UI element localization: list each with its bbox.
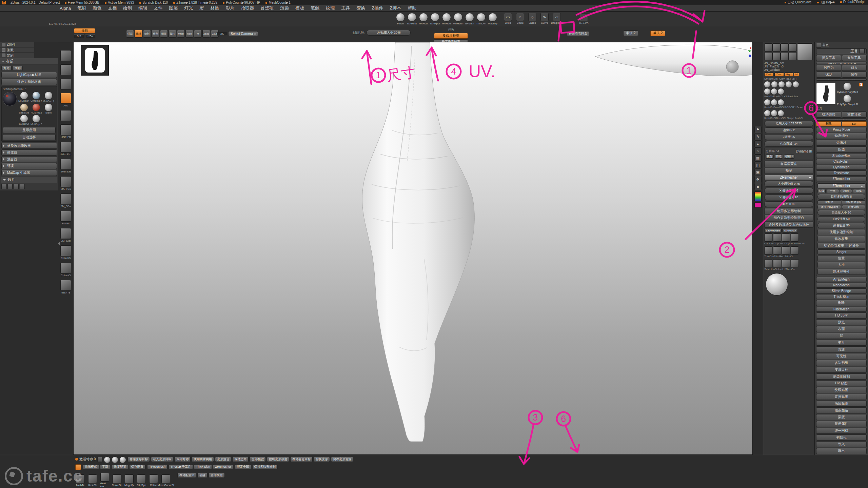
tool-section-button[interactable]: 蒙版 [816,414,867,420]
load-tool-button[interactable]: 从项目文件载入工具 [816,62,867,64]
movie-palette-header[interactable]: 影片 [1,177,57,183]
mode-toggle[interactable]: Mrgb [177,30,185,38]
material-section-row[interactable]: MatCap 生成器 [1,170,57,176]
quick-brush-item[interactable] [60,64,71,76]
mode-toggle[interactable]: 编辑 [135,30,142,38]
viewport-tool-icon[interactable]: ■ [754,183,762,190]
primitive-sphere-icon[interactable] [120,457,126,463]
geometry-section-button[interactable]: Proxy Pose [816,127,867,132]
brush-sphere[interactable] [793,81,799,87]
tool-action-button[interactable]: 另存为 [816,65,841,71]
show-used-button[interactable]: 显示所用 [3,127,56,133]
viewport-tool-icon[interactable]: ✎ [754,133,762,140]
menu-item[interactable]: 笔刷 [77,5,86,11]
dynamesh-option-button[interactable]: 投射 [766,155,774,159]
clip-brush-thumb[interactable] [782,259,790,267]
tray-collapse-arrow[interactable] [56,242,60,245]
geometry-orange-button[interactable]: 删除 [816,121,841,126]
movie-icon[interactable] [14,184,19,189]
brush-sphere[interactable] [778,99,784,105]
quick-brush-item[interactable] [60,50,71,61]
brush-sphere[interactable] [778,88,784,95]
quick-brush-item[interactable] [60,110,71,121]
zremesher-option[interactable]: 使用多边形绘制 [817,229,865,235]
menu-item[interactable]: 文档 [108,5,117,11]
current-tool-thumb[interactable] [816,83,836,104]
viewport-tool-icon[interactable]: ◫ [754,162,762,169]
dynamesh-option-button[interactable]: 模糊 2 [784,155,794,159]
config-button[interactable]: 保存配置 [129,464,145,469]
clip-brush-thumb[interactable] [791,246,799,255]
tool-thumb[interactable] [764,43,772,52]
stager-button[interactable]: 网格完整性 [817,269,865,275]
menu-item[interactable]: 工具 [341,5,350,11]
store-config-button[interactable]: 创建 [197,473,208,478]
brush-button[interactable]: MAHpol [441,13,452,25]
material-section-row[interactable]: 环境 [1,163,57,169]
mode-toggle[interactable]: 缩放 [160,30,168,38]
clip-brush-thumb[interactable] [773,246,781,255]
matcap-item[interactable]: Blent [43,104,54,114]
tool-section-button[interactable]: UV 贴图 [816,380,867,386]
target-polygons-slider[interactable]: 目标多边形数 5 [817,194,865,200]
tool-section-button[interactable]: 多边形绘制 [816,373,867,380]
brush-sphere[interactable] [771,81,777,87]
zremesher-slider[interactable]: 曲线强度 50 [817,216,865,222]
zremesher-option[interactable]: 初始位置权重 上述操作 [817,243,865,249]
tool-section-button[interactable]: HD 几何 [816,312,867,319]
bottom-action-button[interactable]: 保持边角 [232,457,249,462]
brush-button[interactable]: MAHcut [407,13,417,25]
menu-item[interactable]: 纹理 [326,5,335,11]
light-button[interactable]: 阴影 [13,66,23,71]
mesh-tool-button[interactable]: ZRemesher [213,464,233,469]
mode-toggle[interactable]: 旋转 [169,30,176,38]
geometry-section-button[interactable]: 折边 [816,146,867,152]
bind-button[interactable]: 保持多边形绘制 [252,464,278,469]
clip-brush-thumb[interactable] [791,259,799,267]
menu-item[interactable]: Z插件 [372,5,383,11]
bottom-action-button[interactable]: 储存变形资源 [331,457,353,462]
mode-toggle[interactable]: 绘制 [143,30,151,38]
tool-section-button[interactable]: 初始化 [816,434,867,441]
tool-section-button[interactable]: 纹理贴图 [816,387,867,393]
stroke-button[interactable]: ▱ DragRect [551,13,562,24]
tool-section-button[interactable]: 表面 [816,326,867,332]
material-section-row[interactable]: 修改器 [1,149,57,156]
tool-section-button[interactable]: 法线贴图 [816,401,867,407]
actual-size-button[interactable]: 单倍 2 [650,30,665,36]
clip-brush-thumb[interactable] [764,246,772,255]
quick-brush-item[interactable]: Flatter [60,211,71,225]
tool-section-button[interactable]: 变形 [816,340,867,346]
matcap-item[interactable]: MatCap 灰 [43,92,54,103]
bottom-action-button[interactable]: 使用所有网格 [192,457,214,462]
dynamesh-resolution[interactable]: 分辨率 64 [766,149,779,154]
subtool-item[interactable]: PolySph SimpleB [837,95,858,106]
titlebar-quick-item[interactable]: DefaultZScript [840,0,865,5]
undo-button[interactable]: 撤销 [74,28,95,33]
geometry-section-button[interactable]: 边缘环 [816,140,867,146]
quick-brush-item[interactable]: ChiselCi [60,263,71,277]
geometry-section-button[interactable]: ClayPolish [816,159,867,164]
mesh-tool-button[interactable]: Thick Skin [194,464,212,469]
camera-select[interactable]: Select Camera [228,31,258,36]
quick-brush-item[interactable]: LINE FB [60,124,71,139]
titlebar-quick-item[interactable]: 1层1M▶4 [817,0,835,5]
bottom-action-button[interactable]: 存储变更目标 [290,457,313,462]
preview-button[interactable]: 取消链接 [816,111,841,118]
tool-section-button[interactable]: 删除 [816,300,867,306]
lazy-mouse-chip[interactable]: MAHMcut [783,229,798,232]
clip-brush-thumb[interactable] [782,233,790,242]
menu-item[interactable]: 灯光 [184,5,193,11]
tool-thumb[interactable] [772,52,781,60]
tool-section-button[interactable]: 导出 [816,448,867,454]
detail-slider[interactable]: X 偏移值 0.95 [764,188,813,194]
matcap-item[interactable]: SuperCr [18,115,30,126]
stroke-mode-button[interactable]: 平滑 [100,464,110,469]
half-size-button[interactable]: 半倍 2 [623,30,638,36]
detail-slider[interactable]: 间距 0.02 [764,201,813,207]
stager-button[interactable]: Stager [817,249,865,255]
brush-sphere[interactable] [764,88,770,95]
polypaint-option-button[interactable]: 通过多边形绘制混合边缘环 [764,222,813,228]
light-button[interactable]: 灯光 [1,66,12,71]
brush-button[interactable]: MAHpol [430,13,440,25]
